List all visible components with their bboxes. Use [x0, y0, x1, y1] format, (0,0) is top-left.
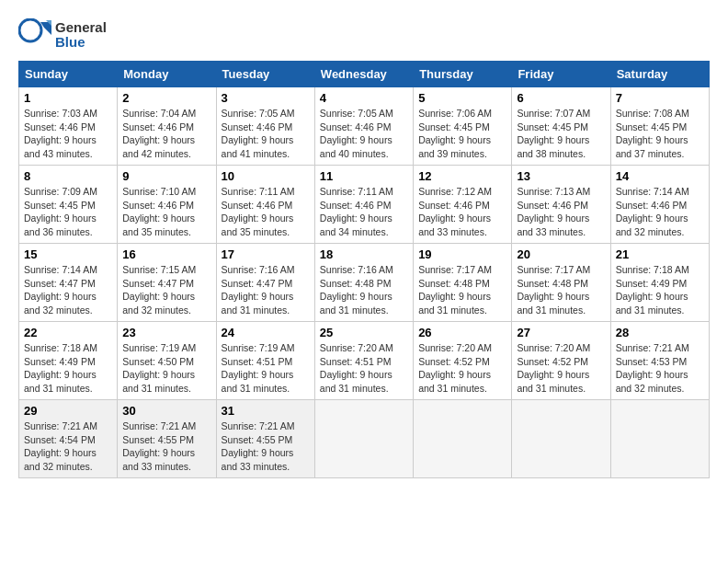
day-number: 2	[122, 91, 210, 105]
day-number: 7	[616, 91, 704, 105]
day-number: 27	[517, 326, 605, 339]
day-info: Sunrise: 7:21 AM Sunset: 4:55 PM Dayligh…	[122, 419, 210, 474]
day-info: Sunrise: 7:21 AM Sunset: 4:55 PM Dayligh…	[222, 419, 310, 474]
day-info: Sunrise: 7:19 AM Sunset: 4:50 PM Dayligh…	[122, 341, 210, 396]
day-info: Sunrise: 7:13 AM Sunset: 4:46 PM Dayligh…	[517, 185, 605, 239]
day-cell-25: 25 Sunrise: 7:20 AM Sunset: 4:51 PM Dayl…	[314, 322, 413, 400]
week-row-4: 22 Sunrise: 7:18 AM Sunset: 4:49 PM Dayl…	[19, 322, 710, 400]
day-cell-5: 5 Sunrise: 7:06 AM Sunset: 4:45 PM Dayli…	[414, 87, 512, 166]
day-number: 24	[222, 326, 310, 339]
day-number: 11	[320, 169, 408, 183]
day-cell-23: 23 Sunrise: 7:19 AM Sunset: 4:50 PM Dayl…	[118, 322, 216, 400]
day-number: 18	[320, 247, 408, 261]
day-cell-26: 26 Sunrise: 7:20 AM Sunset: 4:52 PM Dayl…	[414, 322, 512, 400]
day-info: Sunrise: 7:05 AM Sunset: 4:46 PM Dayligh…	[222, 107, 310, 161]
day-info: Sunrise: 7:16 AM Sunset: 4:48 PM Dayligh…	[320, 263, 408, 317]
day-number: 31	[222, 404, 310, 418]
day-info: Sunrise: 7:10 AM Sunset: 4:46 PM Dayligh…	[122, 185, 210, 239]
day-number: 21	[616, 247, 704, 261]
day-number: 30	[122, 404, 210, 418]
weekday-header-friday: Friday	[512, 62, 610, 87]
day-cell-13: 13 Sunrise: 7:13 AM Sunset: 4:46 PM Dayl…	[512, 166, 610, 244]
day-cell-24: 24 Sunrise: 7:19 AM Sunset: 4:51 PM Dayl…	[216, 322, 314, 400]
day-info: Sunrise: 7:21 AM Sunset: 4:54 PM Dayligh…	[24, 419, 112, 474]
day-info: Sunrise: 7:06 AM Sunset: 4:45 PM Dayligh…	[418, 107, 506, 161]
day-info: Sunrise: 7:04 AM Sunset: 4:46 PM Dayligh…	[122, 107, 210, 161]
day-cell-28: 28 Sunrise: 7:21 AM Sunset: 4:53 PM Dayl…	[610, 322, 709, 400]
calendar: SundayMondayTuesdayWednesdayThursdayFrid…	[18, 61, 710, 478]
day-number: 12	[418, 169, 506, 183]
day-number: 3	[222, 91, 310, 105]
weekday-header-row: SundayMondayTuesdayWednesdayThursdayFrid…	[19, 62, 710, 87]
day-cell-10: 10 Sunrise: 7:11 AM Sunset: 4:46 PM Dayl…	[216, 166, 314, 244]
weekday-header-wednesday: Wednesday	[314, 62, 413, 87]
day-cell-12: 12 Sunrise: 7:12 AM Sunset: 4:46 PM Dayl…	[414, 166, 512, 244]
day-cell-16: 16 Sunrise: 7:15 AM Sunset: 4:47 PM Dayl…	[118, 244, 216, 322]
day-info: Sunrise: 7:18 AM Sunset: 4:49 PM Dayligh…	[616, 263, 704, 317]
week-row-2: 8 Sunrise: 7:09 AM Sunset: 4:45 PM Dayli…	[19, 166, 710, 244]
day-info: Sunrise: 7:21 AM Sunset: 4:53 PM Dayligh…	[616, 341, 704, 396]
logo-svg	[18, 18, 51, 52]
empty-cell	[414, 400, 512, 478]
day-cell-22: 22 Sunrise: 7:18 AM Sunset: 4:49 PM Dayl…	[19, 322, 118, 400]
day-info: Sunrise: 7:18 AM Sunset: 4:49 PM Dayligh…	[24, 341, 112, 396]
day-cell-3: 3 Sunrise: 7:05 AM Sunset: 4:46 PM Dayli…	[216, 87, 314, 166]
day-cell-20: 20 Sunrise: 7:17 AM Sunset: 4:48 PM Dayl…	[512, 244, 610, 322]
day-cell-31: 31 Sunrise: 7:21 AM Sunset: 4:55 PM Dayl…	[216, 400, 314, 478]
day-cell-15: 15 Sunrise: 7:14 AM Sunset: 4:47 PM Dayl…	[19, 244, 118, 322]
day-cell-8: 8 Sunrise: 7:09 AM Sunset: 4:45 PM Dayli…	[19, 166, 118, 244]
day-number: 28	[616, 326, 704, 339]
day-cell-2: 2 Sunrise: 7:04 AM Sunset: 4:46 PM Dayli…	[118, 87, 216, 166]
empty-cell	[610, 400, 709, 478]
day-info: Sunrise: 7:12 AM Sunset: 4:46 PM Dayligh…	[418, 185, 506, 239]
day-cell-14: 14 Sunrise: 7:14 AM Sunset: 4:46 PM Dayl…	[610, 166, 709, 244]
weekday-header-sunday: Sunday	[19, 62, 118, 87]
day-cell-30: 30 Sunrise: 7:21 AM Sunset: 4:55 PM Dayl…	[118, 400, 216, 478]
svg-point-0	[19, 19, 41, 41]
day-info: Sunrise: 7:09 AM Sunset: 4:45 PM Dayligh…	[24, 185, 112, 239]
day-number: 16	[122, 247, 210, 261]
day-number: 8	[24, 169, 112, 183]
day-cell-21: 21 Sunrise: 7:18 AM Sunset: 4:49 PM Dayl…	[610, 244, 709, 322]
day-number: 5	[418, 91, 506, 105]
day-number: 1	[24, 91, 112, 105]
day-info: Sunrise: 7:14 AM Sunset: 4:46 PM Dayligh…	[616, 185, 704, 239]
day-number: 9	[122, 169, 210, 183]
day-number: 26	[418, 326, 506, 339]
day-number: 10	[222, 169, 310, 183]
day-number: 17	[222, 247, 310, 261]
day-info: Sunrise: 7:20 AM Sunset: 4:52 PM Dayligh…	[418, 341, 506, 396]
header: General Blue	[18, 18, 710, 52]
day-info: Sunrise: 7:15 AM Sunset: 4:47 PM Dayligh…	[122, 263, 210, 317]
day-info: Sunrise: 7:17 AM Sunset: 4:48 PM Dayligh…	[418, 263, 506, 317]
day-number: 25	[320, 326, 408, 339]
weekday-header-tuesday: Tuesday	[216, 62, 314, 87]
empty-cell	[512, 400, 610, 478]
day-info: Sunrise: 7:20 AM Sunset: 4:51 PM Dayligh…	[320, 341, 408, 396]
day-cell-11: 11 Sunrise: 7:11 AM Sunset: 4:46 PM Dayl…	[314, 166, 413, 244]
logo-blue: Blue	[55, 35, 107, 51]
day-cell-6: 6 Sunrise: 7:07 AM Sunset: 4:45 PM Dayli…	[512, 87, 610, 166]
day-number: 4	[320, 91, 408, 105]
empty-cell	[314, 400, 413, 478]
day-number: 20	[517, 247, 605, 261]
weekday-header-monday: Monday	[118, 62, 216, 87]
day-cell-9: 9 Sunrise: 7:10 AM Sunset: 4:46 PM Dayli…	[118, 166, 216, 244]
day-info: Sunrise: 7:11 AM Sunset: 4:46 PM Dayligh…	[320, 185, 408, 239]
week-row-1: 1 Sunrise: 7:03 AM Sunset: 4:46 PM Dayli…	[19, 87, 710, 166]
week-row-3: 15 Sunrise: 7:14 AM Sunset: 4:47 PM Dayl…	[19, 244, 710, 322]
day-cell-4: 4 Sunrise: 7:05 AM Sunset: 4:46 PM Dayli…	[314, 87, 413, 166]
day-info: Sunrise: 7:20 AM Sunset: 4:52 PM Dayligh…	[517, 341, 605, 396]
day-info: Sunrise: 7:07 AM Sunset: 4:45 PM Dayligh…	[517, 107, 605, 161]
logo-general: General	[55, 20, 107, 36]
weekday-header-thursday: Thursday	[414, 62, 512, 87]
day-number: 22	[24, 326, 112, 339]
day-info: Sunrise: 7:05 AM Sunset: 4:46 PM Dayligh…	[320, 107, 408, 161]
day-cell-19: 19 Sunrise: 7:17 AM Sunset: 4:48 PM Dayl…	[414, 244, 512, 322]
day-number: 19	[418, 247, 506, 261]
day-info: Sunrise: 7:17 AM Sunset: 4:48 PM Dayligh…	[517, 263, 605, 317]
logo: General Blue	[18, 18, 107, 52]
day-info: Sunrise: 7:11 AM Sunset: 4:46 PM Dayligh…	[222, 185, 310, 239]
day-info: Sunrise: 7:08 AM Sunset: 4:45 PM Dayligh…	[616, 107, 704, 161]
day-info: Sunrise: 7:14 AM Sunset: 4:47 PM Dayligh…	[24, 263, 112, 317]
